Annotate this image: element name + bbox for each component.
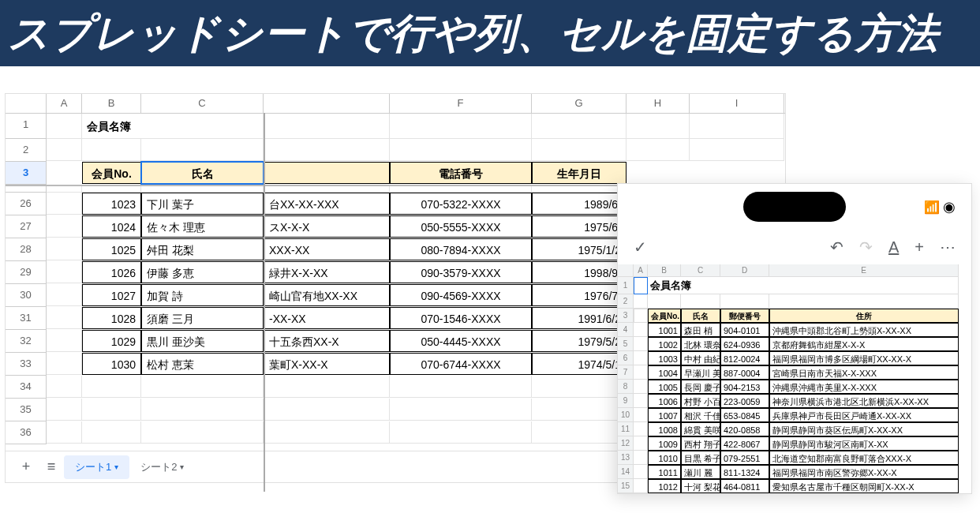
cell[interactable]	[47, 284, 82, 306]
mobile-cell-no[interactable]: 1002	[648, 337, 681, 351]
cell[interactable]	[141, 399, 264, 421]
column-header[interactable]: I	[690, 94, 784, 113]
mobile-row-header[interactable]: 11	[618, 422, 634, 436]
cell[interactable]	[390, 376, 532, 398]
mobile-cell-zip[interactable]: 653-0845	[720, 408, 769, 422]
mobile-column-header[interactable]: D	[720, 264, 769, 277]
cell-addr-frag[interactable]: XXX-XX	[264, 238, 390, 260]
mobile-cell-selected[interactable]	[634, 277, 648, 294]
cell-birthdate[interactable]: 1975/1/2	[532, 238, 627, 260]
cell[interactable]	[82, 399, 141, 421]
cell[interactable]	[47, 307, 82, 329]
mobile-cell-zip[interactable]: 079-2551	[720, 451, 769, 465]
cell-no[interactable]: 1026	[82, 261, 141, 283]
mobile-cell[interactable]	[769, 294, 959, 309]
cell[interactable]	[264, 399, 390, 421]
row-header[interactable]: 33	[6, 353, 47, 376]
mobile-cell[interactable]	[634, 408, 648, 422]
mobile-cell-addr[interactable]: 静岡県静岡市葵区伝馬町X-XX-XX	[769, 422, 959, 436]
cell-tel[interactable]: 070-6744-XXXX	[390, 353, 532, 375]
cell[interactable]	[141, 186, 264, 193]
cell[interactable]	[390, 186, 532, 193]
row-header[interactable]: 29	[6, 261, 47, 284]
mobile-cell[interactable]	[634, 323, 648, 337]
mobile-column-header[interactable]: C	[681, 264, 720, 277]
mobile-cell-name[interactable]: 早瀬川 美	[681, 365, 720, 380]
cell[interactable]	[532, 376, 627, 398]
cell[interactable]	[82, 139, 141, 161]
cell[interactable]	[264, 376, 390, 398]
row-header[interactable]: 30	[6, 284, 47, 307]
cell[interactable]	[47, 114, 82, 139]
mobile-cell[interactable]	[634, 365, 648, 380]
header-cell[interactable]: 生年月日	[532, 162, 627, 184]
cell[interactable]	[47, 421, 82, 444]
column-header[interactable]: B	[82, 94, 141, 113]
tab-sheet1[interactable]: シート1▾	[64, 455, 129, 479]
cell-name[interactable]: 下川 葉子	[141, 193, 264, 215]
mobile-cell[interactable]	[634, 436, 648, 451]
cell-name[interactable]: 佐々木 理恵	[141, 215, 264, 238]
cell[interactable]	[532, 399, 627, 421]
mobile-cell-zip[interactable]: 887-0004	[720, 365, 769, 380]
column-header[interactable]	[264, 94, 390, 113]
select-all-corner[interactable]	[6, 94, 47, 113]
cell-no[interactable]: 1029	[82, 330, 141, 352]
mobile-cell-addr[interactable]: 宮崎県日南市天福X-X-XXX	[769, 365, 959, 380]
row-header[interactable]: 35	[6, 399, 47, 421]
mobile-cell[interactable]	[634, 422, 648, 436]
cell-name[interactable]: 加賀 詩	[141, 284, 264, 306]
mobile-row-header[interactable]: 12	[618, 436, 634, 451]
cell-tel[interactable]: 050-4445-XXXX	[390, 330, 532, 352]
mobile-cell-addr[interactable]: 沖縄県沖縄市美里X-X-XXX	[769, 380, 959, 394]
mobile-cell-no[interactable]: 1012	[648, 479, 681, 493]
mobile-header-cell[interactable]: 郵便番号	[720, 309, 769, 323]
mobile-cell-addr[interactable]: 兵庫県神戸市長田区戸崎通X-XX-XX	[769, 408, 959, 422]
mobile-header-cell[interactable]: 住所	[769, 309, 959, 323]
redo-icon[interactable]: ↷	[859, 238, 873, 257]
cell[interactable]	[47, 186, 82, 193]
cell[interactable]	[264, 139, 390, 161]
row-header[interactable]: 36	[6, 421, 47, 444]
cell[interactable]	[532, 186, 627, 193]
cell-birthdate[interactable]: 1975/6/	[532, 215, 627, 238]
cell-name[interactable]: 伊藤 多恵	[141, 261, 264, 283]
cell-name[interactable]: 舛田 花梨	[141, 238, 264, 260]
cell-addr-frag[interactable]: スX-X-X	[264, 215, 390, 238]
cell[interactable]	[627, 162, 690, 184]
cell[interactable]	[532, 114, 627, 139]
cell-tel[interactable]: 090-3579-XXXX	[390, 261, 532, 283]
cell-birthdate[interactable]: 1979/5/2	[532, 330, 627, 352]
cell-name[interactable]: 松村 恵茉	[141, 353, 264, 375]
undo-icon[interactable]: ↶	[830, 238, 843, 257]
mobile-cell-no[interactable]: 1008	[648, 422, 681, 436]
column-header[interactable]: H	[627, 94, 690, 113]
cell-name[interactable]: 須磨 三月	[141, 307, 264, 329]
mobile-cell-name[interactable]: 森田 梢	[681, 323, 720, 337]
cell-name[interactable]: 黒川 亜沙美	[141, 330, 264, 352]
cell[interactable]	[390, 421, 532, 444]
mobile-cell-addr[interactable]: 沖縄県中頭郡北谷町上勢頭X-XX-XX	[769, 323, 959, 337]
mobile-row-header[interactable]: 14	[618, 465, 634, 479]
row-header[interactable]: 34	[6, 376, 47, 399]
mobile-cell[interactable]	[634, 479, 648, 493]
mobile-cell-zip[interactable]: 422-8067	[720, 436, 769, 451]
mobile-cell[interactable]	[634, 380, 648, 394]
mobile-cell-zip[interactable]: 811-1324	[720, 465, 769, 479]
cell[interactable]	[47, 353, 82, 375]
mobile-cell-name[interactable]: 中村 由紀	[681, 351, 720, 365]
mobile-cell[interactable]	[648, 294, 681, 309]
cell[interactable]	[82, 421, 141, 444]
mobile-cell-name[interactable]: 綿貫 美咲	[681, 422, 720, 436]
cell[interactable]	[264, 114, 390, 139]
row-header[interactable]: 27	[6, 215, 47, 238]
cell-birthdate[interactable]: 1976/7/	[532, 284, 627, 306]
mobile-cell-no[interactable]: 1009	[648, 436, 681, 451]
cell-no[interactable]: 1025	[82, 238, 141, 260]
mobile-cell-addr[interactable]: 愛知県名古屋市千種区朝岡町X-XX-X	[769, 479, 959, 493]
tab-sheet2[interactable]: シート2▾	[129, 455, 195, 479]
cell-no[interactable]: 1030	[82, 353, 141, 375]
row-header[interactable]: 2	[6, 139, 47, 162]
cell[interactable]	[690, 162, 784, 184]
mobile-row-header[interactable]: 7	[618, 365, 634, 380]
